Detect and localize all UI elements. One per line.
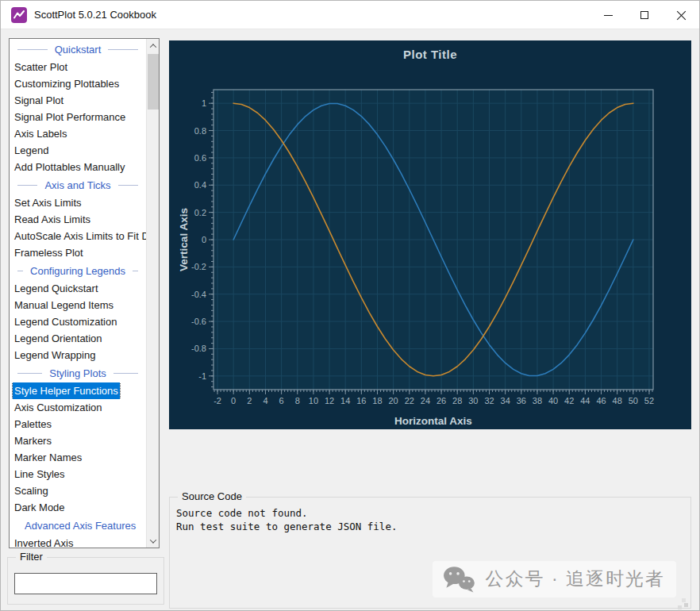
chevron-up-icon [150, 44, 156, 50]
list-item-selected[interactable]: Style Helper Functions [10, 382, 146, 399]
list-item-label: Customizing Plottables [13, 75, 121, 92]
title-bar[interactable]: ScottPlot 5.0.21 Cookbook [1, 1, 699, 29]
list-item[interactable]: Legend Wrapping [10, 347, 146, 363]
list-section-header[interactable]: Styling Plots [10, 363, 146, 382]
watermark: 公众号 · 追逐时光者 [433, 561, 676, 598]
list-item-label: Legend [13, 142, 50, 159]
scrollbar-down-button[interactable] [147, 534, 160, 548]
maximize-button[interactable] [626, 1, 663, 29]
filter-label: Filter [16, 551, 47, 563]
list-item-label: Axis Labels [13, 125, 68, 142]
list-scrollbar[interactable] [146, 39, 159, 548]
list-item-label: Add Plottables Manually [13, 159, 126, 175]
list-item[interactable]: Legend Quickstart [10, 280, 146, 297]
header-label: Advanced Axis Features [17, 520, 143, 532]
list-item-label: Manual Legend Items [13, 297, 115, 313]
header-label: Configuring Legends [23, 265, 133, 277]
svg-text:52: 52 [644, 396, 654, 405]
svg-text:1: 1 [202, 98, 206, 108]
minimize-icon [604, 15, 613, 16]
list-item[interactable]: Markers [10, 432, 146, 449]
scottplot-app-icon[interactable] [11, 7, 27, 23]
svg-text:-0.8: -0.8 [191, 344, 206, 353]
svg-text:18: 18 [372, 396, 382, 405]
list-item[interactable]: Manual Legend Items [10, 297, 146, 313]
list-item-label: Inverted Axis [13, 535, 75, 548]
list-item[interactable]: Customizing Plottables [10, 75, 146, 92]
header-rule [17, 49, 48, 50]
list-item[interactable]: Axis Labels [10, 125, 146, 142]
list-item-label: Legend Customization [13, 313, 118, 330]
svg-text:38: 38 [533, 396, 542, 405]
header-rule [118, 185, 138, 186]
list-item-label: Style Helper Functions [13, 382, 120, 399]
list-item[interactable]: Scaling [10, 482, 146, 499]
list-item[interactable]: Add Plottables Manually [10, 159, 146, 175]
window-title: ScottPlot 5.0.21 Cookbook [34, 9, 156, 21]
app-window: ScottPlot 5.0.21 Cookbook QuickstartScat… [0, 0, 700, 611]
list-item[interactable]: Legend Customization [10, 313, 146, 330]
svg-text:-0.6: -0.6 [191, 317, 206, 326]
watermark-text: 公众号 · 追逐时光者 [486, 567, 665, 591]
filter-input[interactable] [14, 573, 157, 594]
list-item-label: Scatter Plot [13, 59, 69, 75]
list-item[interactable]: Line Styles [10, 466, 146, 482]
svg-text:-0.2: -0.2 [191, 262, 206, 271]
list-item[interactable]: Signal Plot [10, 92, 146, 109]
list-item-label: Legend Orientation [13, 330, 104, 347]
svg-text:-1: -1 [198, 371, 206, 381]
svg-text:2: 2 [247, 396, 252, 405]
list-item-label: Set Axis Limits [13, 194, 83, 211]
list-item[interactable]: Signal Plot Performance [10, 109, 146, 125]
list-item[interactable]: Inverted Axis [10, 535, 146, 548]
header-label: Axis and Ticks [37, 179, 117, 191]
list-item-label: Markers [13, 432, 53, 449]
source-code-groupbox: Source Code Source code not found.Run te… [169, 497, 691, 609]
scrollbar-thumb[interactable] [148, 54, 159, 110]
list-item[interactable]: Frameless Plot [10, 244, 146, 261]
list-section-header[interactable]: Configuring Legends [10, 261, 146, 280]
wechat-icon [442, 565, 475, 593]
list-item-label: Axis Customization [13, 399, 104, 416]
list-item[interactable]: Legend Orientation [10, 330, 146, 347]
close-button[interactable] [663, 1, 699, 29]
chevron-down-icon [150, 536, 156, 543]
list-item[interactable]: Marker Names [10, 449, 146, 466]
scrollbar-up-button[interactable] [147, 39, 160, 52]
list-item[interactable]: Set Axis Limits [10, 194, 146, 211]
list-section-header[interactable]: Quickstart [10, 40, 146, 59]
minimize-button[interactable] [590, 1, 626, 29]
svg-text:0.8: 0.8 [194, 126, 206, 136]
svg-text:46: 46 [596, 396, 606, 405]
pixel-artifact [684, 603, 688, 607]
list-item[interactable]: Dark Mode [10, 499, 146, 516]
plot-canvas[interactable]: -202468101214161820222426283032343638404… [169, 40, 691, 429]
y-axis-label: Vertical Axis [178, 90, 190, 390]
header-rule [17, 271, 23, 271]
list-item[interactable]: Scatter Plot [10, 59, 146, 75]
source-code-label: Source Code [178, 490, 246, 502]
svg-text:0.6: 0.6 [194, 153, 206, 163]
cookbook-listbox: QuickstartScatter PlotCustomizing Plotta… [9, 38, 160, 548]
svg-text:0: 0 [231, 396, 236, 405]
header-label: Quickstart [48, 44, 109, 56]
header-rule [17, 373, 42, 374]
list-item[interactable]: Axis Customization [10, 399, 146, 416]
svg-text:6: 6 [279, 396, 284, 405]
header-label: Styling Plots [42, 367, 113, 379]
list-item-label: Dark Mode [13, 499, 67, 516]
svg-text:30: 30 [468, 396, 478, 405]
list-section-header[interactable]: Advanced Axis Features [10, 516, 146, 535]
list-item[interactable]: Palettes [10, 416, 146, 432]
plot-panel: -202468101214161820222426283032343638404… [169, 40, 691, 429]
list-item[interactable]: Read Axis Limits [10, 211, 146, 228]
svg-text:14: 14 [340, 396, 350, 405]
header-rule [17, 185, 37, 186]
list-section-header[interactable]: Axis and Ticks [10, 175, 146, 194]
svg-text:26: 26 [437, 396, 446, 405]
svg-text:40: 40 [548, 396, 558, 405]
list-item-label: Line Styles [13, 466, 67, 482]
svg-text:0: 0 [202, 235, 206, 244]
list-item[interactable]: Legend [10, 142, 146, 159]
list-item[interactable]: AutoScale Axis Limits to Fit Data [10, 228, 146, 244]
